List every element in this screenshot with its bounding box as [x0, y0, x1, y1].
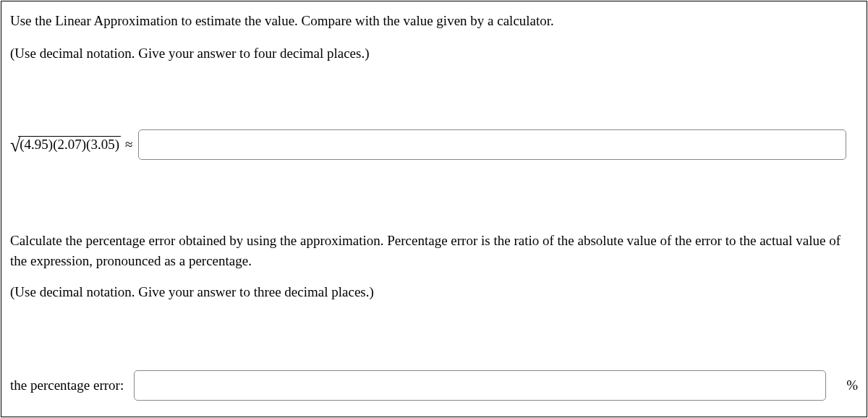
radicand-text: (4.95)(2.07)(3.05): [18, 136, 121, 153]
question-1-row: √ (4.95)(2.07)(3.05) ≈: [10, 129, 858, 160]
percent-unit: %: [846, 378, 858, 393]
question-2-instructions: Calculate the percentage error obtained …: [10, 231, 858, 303]
percentage-error-label: the percentage error:: [10, 378, 124, 393]
question-2-row: the percentage error: %: [10, 370, 858, 401]
answer-input-1[interactable]: [138, 129, 846, 160]
question-container: Use the Linear Approximation to estimate…: [1, 1, 867, 417]
answer-input-2[interactable]: [134, 370, 826, 401]
instruction-line-4: (Use decimal notation. Give your answer …: [10, 282, 858, 303]
sqrt-expression: √ (4.95)(2.07)(3.05): [10, 135, 121, 154]
instruction-line-1: Use the Linear Approximation to estimate…: [10, 10, 858, 31]
approx-symbol: ≈: [125, 137, 132, 153]
radical-icon: √: [10, 136, 20, 155]
instruction-line-2: (Use decimal notation. Give your answer …: [10, 43, 858, 64]
instruction-line-3: Calculate the percentage error obtained …: [10, 231, 858, 272]
